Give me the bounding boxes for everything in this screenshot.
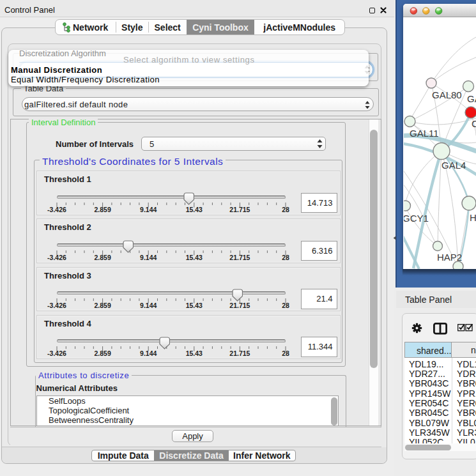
svg-text:GAL80: GAL80 [432,89,462,100]
svg-text:GA: GA [467,93,476,104]
svg-text:GAL4: GAL4 [441,160,466,171]
svg-text:GAL11: GAL11 [410,128,439,139]
svg-text:GCY1: GCY1 [404,213,429,224]
svg-text:HAP2: HAP2 [437,252,462,263]
svg-text:H: H [470,212,476,223]
svg-text:C: C [472,118,476,129]
